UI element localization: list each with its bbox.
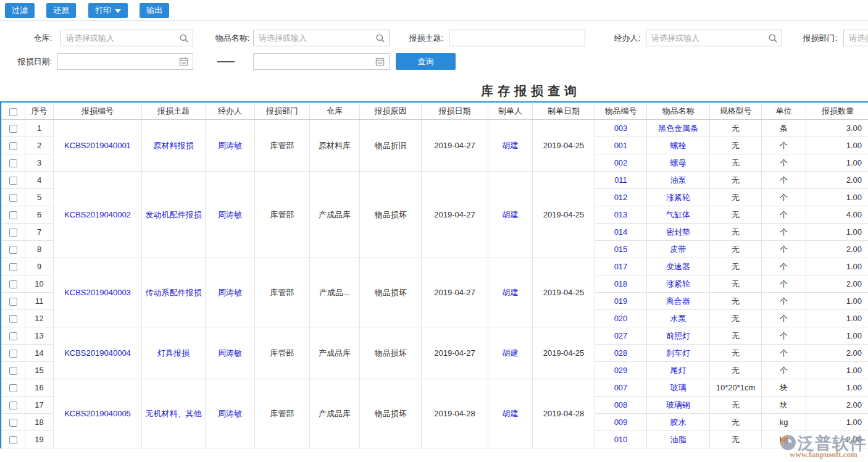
item-name-link[interactable]: 油脂	[647, 431, 710, 448]
item-code-link[interactable]: 008	[595, 397, 647, 414]
creator-link[interactable]: 胡建	[488, 327, 533, 379]
item-code-link[interactable]: 020	[595, 310, 647, 327]
damage-code-link[interactable]: KCBS2019040005	[54, 379, 142, 448]
row-checkbox[interactable]	[9, 159, 17, 167]
row-checkbox[interactable]	[9, 177, 17, 185]
damage-code-link[interactable]: KCBS2019040001	[54, 120, 142, 172]
item-code-link[interactable]: 014	[595, 224, 647, 241]
warehouse-cell: 产成品...	[310, 258, 360, 327]
row-checkbox[interactable]	[9, 125, 17, 133]
search-icon[interactable]	[768, 33, 778, 43]
item-name-input[interactable]	[253, 30, 390, 46]
damage-subject-link[interactable]: 原材料报损	[142, 120, 206, 172]
damage-code-link[interactable]: KCBS2019040002	[54, 172, 142, 258]
item-name-link[interactable]: 玻璃钢	[647, 397, 710, 414]
item-name-link[interactable]: 离合器	[647, 293, 710, 310]
search-button[interactable]: 查询	[396, 53, 456, 70]
handler-link[interactable]: 周涛敏	[206, 120, 255, 172]
row-checkbox[interactable]	[9, 401, 17, 410]
department-input[interactable]	[843, 30, 868, 46]
item-name-link[interactable]: 螺栓	[647, 137, 710, 154]
row-checkbox[interactable]	[9, 298, 17, 306]
item-code-link[interactable]: 019	[595, 293, 647, 310]
item-name-link[interactable]: 密封垫	[647, 224, 710, 241]
damage-subject-link[interactable]: 无机材料、其他	[142, 379, 206, 448]
subject-input[interactable]	[449, 30, 585, 46]
warehouse-input[interactable]	[61, 30, 193, 46]
row-checkbox[interactable]	[9, 367, 17, 375]
handler-link[interactable]: 周涛敏	[206, 379, 255, 448]
item-code-link[interactable]: 028	[595, 345, 647, 362]
row-checkbox[interactable]	[9, 263, 17, 271]
row-checkbox[interactable]	[9, 332, 17, 340]
department-field-wrap	[843, 30, 868, 46]
handler-link[interactable]: 周涛敏	[206, 172, 255, 258]
row-checkbox[interactable]	[9, 419, 17, 427]
item-code-link[interactable]: 027	[595, 327, 647, 345]
item-code-link[interactable]: 011	[595, 172, 647, 189]
row-checkbox[interactable]	[9, 246, 17, 254]
quantity-cell: 2.00	[806, 431, 868, 448]
row-checkbox[interactable]	[9, 436, 17, 444]
search-icon[interactable]	[375, 33, 385, 43]
handler-input[interactable]	[646, 30, 782, 46]
row-checkbox[interactable]	[9, 384, 17, 392]
item-name-link[interactable]: 油泵	[647, 172, 710, 189]
creator-link[interactable]: 胡建	[488, 120, 533, 172]
row-checkbox[interactable]	[9, 315, 17, 323]
damage-code-link[interactable]: KCBS2019040004	[54, 327, 142, 379]
item-name-link[interactable]: 皮带	[647, 241, 710, 258]
creator-link[interactable]: 胡建	[488, 258, 533, 327]
handler-link[interactable]: 周涛敏	[206, 327, 255, 379]
date-to-input[interactable]	[253, 53, 390, 70]
row-checkbox[interactable]	[9, 194, 17, 202]
item-code-link[interactable]: 001	[595, 137, 647, 154]
creator-link[interactable]: 胡建	[488, 172, 533, 258]
item-name-link[interactable]: 前照灯	[647, 327, 710, 345]
calendar-icon[interactable]	[179, 57, 189, 67]
department-cell: 库管部	[255, 120, 310, 172]
item-name-link[interactable]: 涨紧轮	[647, 189, 710, 206]
item-name-link[interactable]: 刹车灯	[647, 345, 710, 362]
item-code-link[interactable]: 018	[595, 275, 647, 293]
item-name-link[interactable]: 变速器	[647, 258, 710, 275]
filter-button[interactable]: 过滤	[5, 3, 35, 18]
restore-button[interactable]: 还原	[46, 3, 76, 18]
item-name-link[interactable]: 胶水	[647, 414, 710, 431]
row-checkbox[interactable]	[9, 280, 17, 288]
item-code-link[interactable]: 003	[595, 120, 647, 137]
item-name-link[interactable]: 涨紧轮	[647, 275, 710, 293]
item-code-link[interactable]: 017	[595, 258, 647, 275]
row-checkbox[interactable]	[9, 229, 17, 237]
item-code-link[interactable]: 010	[595, 431, 647, 448]
item-code-link[interactable]: 002	[595, 154, 647, 172]
item-name-link[interactable]: 黑色金属条	[647, 120, 710, 137]
date-from-input[interactable]	[57, 53, 193, 70]
item-code-link[interactable]: 013	[595, 206, 647, 224]
item-code-link[interactable]: 007	[595, 379, 647, 397]
damage-code-link[interactable]: KCBS2019040003	[54, 258, 142, 327]
item-name-link[interactable]: 玻璃	[647, 379, 710, 397]
damage-subject-link[interactable]: 灯具报损	[142, 327, 206, 379]
handler-link[interactable]: 周涛敏	[206, 258, 255, 327]
item-name-link[interactable]: 螺母	[647, 154, 710, 172]
quantity-cell: 1.00	[806, 137, 868, 154]
damage-subject-link[interactable]: 发动机配件报损	[142, 172, 206, 258]
item-code-link[interactable]: 015	[595, 241, 647, 258]
item-name-link[interactable]: 尾灯	[647, 362, 710, 379]
row-checkbox[interactable]	[9, 350, 17, 358]
print-button[interactable]: 打印	[88, 3, 128, 18]
row-checkbox[interactable]	[9, 142, 17, 150]
row-checkbox[interactable]	[9, 211, 17, 219]
item-name-link[interactable]: 气缸体	[647, 206, 710, 224]
item-name-link[interactable]: 水泵	[647, 310, 710, 327]
damage-subject-link[interactable]: 传动系配件报损	[142, 258, 206, 327]
item-code-link[interactable]: 029	[595, 362, 647, 379]
output-button[interactable]: 输出	[140, 3, 169, 18]
item-code-link[interactable]: 009	[595, 414, 647, 431]
calendar-icon[interactable]	[375, 57, 385, 67]
creator-link[interactable]: 胡建	[488, 379, 533, 448]
item-code-link[interactable]: 012	[595, 189, 647, 206]
search-icon[interactable]	[179, 33, 189, 43]
select-all-checkbox[interactable]	[9, 108, 17, 116]
